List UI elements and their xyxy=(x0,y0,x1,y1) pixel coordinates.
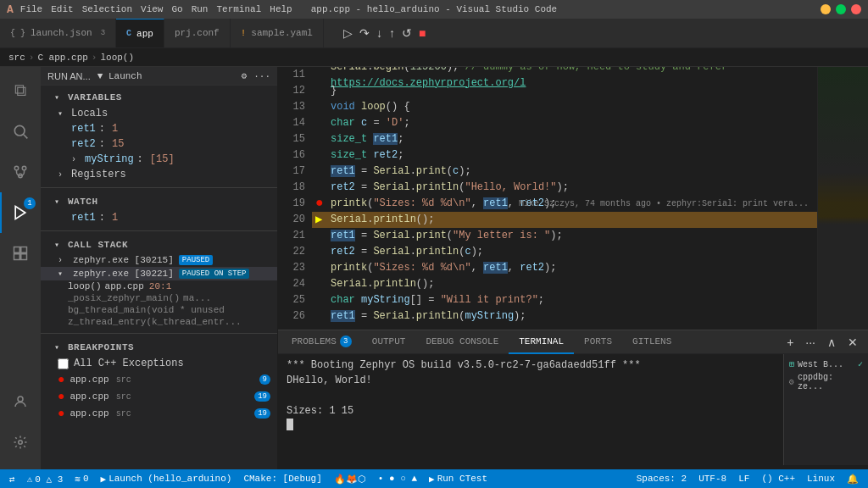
menu-help[interactable]: Help xyxy=(270,4,292,14)
panel-more-btn[interactable]: ··· xyxy=(802,334,819,351)
thread-30221[interactable]: ▾ zephyr.exe [30221] PAUSED ON STEP xyxy=(41,267,277,280)
registers-item[interactable]: › Registers xyxy=(41,167,277,182)
menu-selection[interactable]: Selection xyxy=(82,4,132,14)
ts-cppdbg[interactable]: ⚙ cppdbg: ze... xyxy=(789,371,863,393)
thread-30215[interactable]: › zephyr.exe [30215] PAUSED xyxy=(41,253,277,267)
activity-search[interactable] xyxy=(0,111,41,152)
tab-ports[interactable]: PORTS xyxy=(574,330,622,354)
watch-header[interactable]: ▾ WATCH xyxy=(41,193,277,210)
debug-step-over[interactable]: ↷ xyxy=(357,25,372,42)
terminal-body: *** Booting Zephyr OS build v3.5.0-rc2-7… xyxy=(278,354,868,465)
tab-sample[interactable]: ! sample.yaml xyxy=(231,19,324,48)
callstack-title: CALL STACK xyxy=(68,240,128,250)
breakpoints-header[interactable]: ▾ BREAKPOINTS xyxy=(41,339,277,356)
status-bell[interactable]: 🔔 xyxy=(844,474,861,485)
menu-file[interactable]: File xyxy=(20,4,42,14)
locals-item[interactable]: ▾ Locals xyxy=(41,106,277,121)
menu-run[interactable]: Run xyxy=(192,4,209,14)
debug-step-into[interactable]: ↓ xyxy=(374,25,385,42)
line-numbers: 11 12 13 14 15 16 17 18 19 20 21 22 23 2… xyxy=(278,67,312,330)
frame-posix[interactable]: _posix_zephyr_main() ma... xyxy=(41,292,277,304)
activity-account[interactable] xyxy=(0,381,41,422)
activity-settings[interactable] xyxy=(0,422,41,463)
activity-source-control[interactable] xyxy=(0,152,41,192)
status-errors[interactable]: ⚠ 0 △ 3 xyxy=(25,474,66,485)
divider3 xyxy=(41,333,277,334)
settings-icon[interactable]: ⚙ xyxy=(242,70,248,81)
run-ctest-icon: ▶ xyxy=(429,474,435,485)
var-mystring[interactable]: › myString : [15] xyxy=(41,152,277,167)
status-eol[interactable]: LF xyxy=(736,474,752,484)
watch-ret1[interactable]: ret1 : 1 xyxy=(41,210,277,225)
tab-problems[interactable]: PROBLEMS 3 xyxy=(281,330,362,354)
activity-explorer[interactable]: ⧉ xyxy=(0,70,41,111)
thread-30221-label: zephyr.exe [30221] xyxy=(73,269,174,279)
maximize-btn[interactable] xyxy=(836,4,846,14)
status-lang[interactable]: () C++ xyxy=(759,474,798,484)
minimize-btn[interactable] xyxy=(821,4,831,14)
bp-all-cpp-check[interactable] xyxy=(58,358,69,369)
status-spaces[interactable]: Spaces: 2 xyxy=(634,474,689,484)
menu-view[interactable]: View xyxy=(141,4,163,14)
debug-step-out[interactable]: ↑ xyxy=(387,25,398,42)
bp-all-cpp[interactable]: All C++ Exceptions xyxy=(41,356,277,371)
menu-bar[interactable]: File Edit Selection View Go Run Terminal… xyxy=(20,4,292,14)
tab-prj[interactable]: prj.conf xyxy=(164,19,231,48)
frame-loop-fn: loop() xyxy=(68,281,102,291)
status-encoding[interactable]: UTF-8 xyxy=(696,474,729,484)
status-remote[interactable]: ⇄ xyxy=(7,474,18,485)
variables-chevron: ▾ xyxy=(54,92,64,103)
close-btn[interactable] xyxy=(851,4,861,14)
tab-terminal[interactable]: TERMINAL xyxy=(509,330,574,354)
panel-up-btn[interactable]: ∧ xyxy=(824,334,839,351)
frame-bg[interactable]: bg_thread_main(void * unused xyxy=(41,304,277,316)
status-icons[interactable]: 🔥🦊⬡ xyxy=(331,474,369,485)
frame-z[interactable]: z_thread_entry(k_thread_entr... xyxy=(41,316,277,328)
run-button[interactable]: RUN AN... xyxy=(47,71,91,81)
bp-item-1[interactable]: ● app.cpp src 9 xyxy=(41,371,277,388)
panel-add-btn[interactable]: + xyxy=(783,334,797,351)
var-ret1[interactable]: ret1 : 1 xyxy=(41,121,277,136)
var-ret2[interactable]: ret2 : 15 xyxy=(41,136,277,152)
remote-icon: ⇄ xyxy=(9,474,15,485)
status-dots[interactable]: • ● ○ ▲ xyxy=(376,474,420,484)
tab-output[interactable]: OUTPUT xyxy=(362,330,416,354)
tab-gitlens[interactable]: GITLENS xyxy=(622,330,682,354)
more-icon[interactable]: ··· xyxy=(253,71,270,81)
activity-extensions[interactable] xyxy=(0,233,41,274)
menu-terminal[interactable]: Terminal xyxy=(216,4,261,14)
status-warnings[interactable]: ≋ 0 xyxy=(72,474,91,485)
bp-item-2[interactable]: ● app.cpp src 19 xyxy=(41,388,277,405)
tab-debug-console[interactable]: DEBUG CONSOLE xyxy=(415,330,509,354)
menu-edit[interactable]: Edit xyxy=(51,4,73,14)
breadcrumb-src[interactable]: src xyxy=(8,53,25,63)
debug-stop[interactable]: ■ xyxy=(416,25,428,42)
status-launch[interactable]: ▶ Launch (hello_arduino) xyxy=(98,474,235,485)
bp-item-3[interactable]: ● app.cpp src 19 xyxy=(41,405,277,422)
variables-header[interactable]: ▾ VARIABLES xyxy=(41,89,277,106)
tab-app[interactable]: C app xyxy=(116,19,164,48)
terminal-text-3 xyxy=(287,388,292,403)
menu-go[interactable]: Go xyxy=(171,4,182,14)
panel-close-btn[interactable]: ✕ xyxy=(844,334,861,351)
tab-launch[interactable]: { } launch.json 3 xyxy=(0,19,116,48)
debug-continue[interactable]: ▷ xyxy=(341,25,355,42)
git-info-19: Mike Szczys, 74 months ago • zephyr:Seri… xyxy=(519,196,809,212)
terminal-output[interactable]: *** Booting Zephyr OS build v3.5.0-rc2-7… xyxy=(278,354,783,465)
status-cmake[interactable]: CMake: [Debug] xyxy=(241,474,324,484)
status-os[interactable]: Linux xyxy=(804,474,837,484)
activity-debug[interactable]: 1 xyxy=(0,192,41,233)
ts-west[interactable]: ⊞ West B... ✓ xyxy=(789,358,863,371)
callstack-chevron: ▾ xyxy=(54,240,64,250)
debug-run-toolbar: RUN AN... ▼ Launch ⚙ ··· xyxy=(41,67,277,86)
debug-restart[interactable]: ↺ xyxy=(399,25,415,42)
breadcrumb-fn[interactable]: loop() xyxy=(100,53,134,63)
frame-loop[interactable]: loop() app.cpp 20:1 xyxy=(41,280,277,292)
breadcrumb-file[interactable]: C app.cpp xyxy=(37,53,87,63)
code-line-22: ret2 = Serial.println(c); xyxy=(312,244,817,260)
callstack-header[interactable]: ▾ CALL STACK xyxy=(41,236,277,253)
code-line-25: char myString[] = "Will it print?"; xyxy=(312,292,817,308)
editor-area: 11 12 13 14 15 16 17 18 19 20 21 22 23 2… xyxy=(278,67,868,469)
status-run-ctest[interactable]: ▶ Run CTest xyxy=(426,474,490,485)
tab-launch-label: launch.json xyxy=(31,28,92,38)
